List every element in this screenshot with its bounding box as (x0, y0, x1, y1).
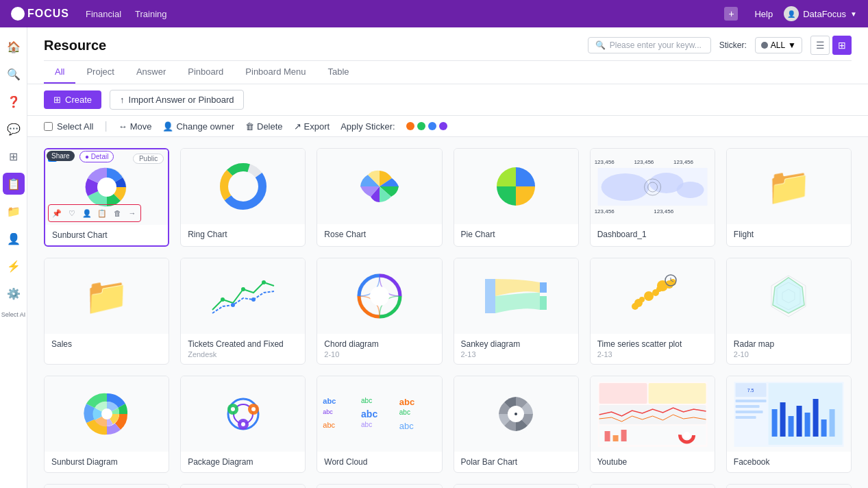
svg-rect-56 (604, 431, 610, 441)
sidebar-item-activity[interactable]: ⚡ (3, 255, 25, 277)
select-all-checkbox[interactable]: Select All (44, 121, 93, 132)
search-box[interactable]: 🔍 Please enter your keyw... (588, 37, 711, 53)
tab-pinboard[interactable]: Pinboard (177, 61, 234, 84)
sticker-orange[interactable] (406, 122, 414, 130)
card-action-heart[interactable]: ♡ (65, 206, 79, 220)
sidebar-item-files[interactable]: 📁 (3, 200, 25, 222)
export-button[interactable]: ↗ Export (294, 121, 330, 132)
import-button[interactable]: ↑ Import Answer or Pinboard (110, 90, 244, 110)
card-package[interactable]: Package Diagram (180, 376, 306, 473)
ring-chart-info: Ring Chart (181, 224, 305, 245)
card-wordcloud[interactable]: abc abc abc abc abc abc abc abc abc Word (317, 376, 442, 473)
card-sales[interactable]: 📁 Sales (44, 258, 169, 365)
delete-button[interactable]: 🗑 Delete (245, 121, 283, 132)
nav-links: Financial Training (86, 9, 708, 19)
sunburst-diagram-title: Sunburst Diagram (51, 457, 162, 467)
header-top: Resource 🔍 Please enter your keyw... Sti… (44, 27, 852, 60)
card-action-user[interactable]: 👤 (80, 206, 94, 220)
move-button[interactable]: ↔ Move (119, 121, 152, 132)
user-name: DataFocus (803, 9, 846, 19)
apply-sticker-label: Apply Sticker: (340, 121, 395, 132)
svg-rect-72 (829, 409, 834, 437)
youtube-title: Youtube (597, 457, 708, 467)
card-sunburst-chart[interactable]: Public (44, 148, 169, 247)
card-youtube[interactable]: Youtube (590, 376, 715, 473)
select-all-input[interactable] (44, 122, 53, 131)
tab-pinboard-menu[interactable]: Pinboard Menu (234, 61, 317, 84)
svg-rect-75 (735, 411, 762, 413)
card-chord[interactable]: Chord diagram 2-10 (317, 258, 442, 365)
card-row7-5[interactable] (590, 484, 715, 488)
svg-point-15 (231, 303, 235, 307)
card-action-delete[interactable]: 🗑 (110, 206, 124, 220)
svg-point-14 (262, 280, 266, 284)
card-action-more[interactable]: → (125, 206, 139, 220)
sidebar-item-search[interactable]: 🔍 (3, 63, 25, 85)
sidebar-item-help[interactable]: ❓ (3, 90, 25, 112)
card-sunburst-diagram[interactable]: Sunburst Diagram (44, 376, 169, 473)
row7-5-thumb (591, 485, 715, 488)
sidebar-item-chat[interactable]: 💬 (3, 118, 25, 140)
change-owner-button[interactable]: 👤 Change owner (162, 121, 234, 132)
sankey-info: Sankey diagram 2-13 (454, 334, 578, 364)
sidebar-item-resource[interactable]: 📋 (3, 173, 25, 195)
card-tickets-created[interactable]: Tickets Created and Fixed Zendesk (180, 258, 306, 365)
radar-subtitle: 2-10 (734, 350, 844, 358)
sidebar-item-home[interactable]: 🏠 (3, 36, 25, 58)
flight-thumb: 📁 (727, 149, 851, 224)
nav-financial[interactable]: Financial (86, 9, 121, 19)
card-row7-6[interactable] (726, 484, 852, 488)
facebook-title: Facebook (734, 457, 844, 467)
create-button[interactable]: ⊞ Create (44, 90, 101, 109)
tab-all[interactable]: All (44, 61, 75, 84)
sticker-blue[interactable] (428, 122, 436, 130)
tickets-info: Tickets Created and Fixed Zendesk (181, 334, 305, 364)
sidebar-item-user[interactable]: 👤 (3, 228, 25, 249)
card-dashboard-1[interactable]: 123,456 123,456 123,456 (590, 148, 715, 247)
list-view-button[interactable]: ☰ (810, 36, 830, 55)
detail-badge[interactable]: ● Detail (79, 151, 114, 162)
card-row7-2[interactable]: 123,456 123,456 123,456 123,456 (180, 484, 306, 488)
card-row7-3[interactable]: Sales vs Profit: Behavior of Scenarios (317, 484, 442, 488)
rose-chart-title: Rose Chart (324, 230, 434, 239)
tab-answer[interactable]: Answer (125, 61, 177, 84)
page-title: Resource (44, 38, 106, 53)
svg-point-45 (231, 407, 235, 411)
help-button[interactable]: Help (754, 9, 773, 19)
nav-training[interactable]: Training (135, 9, 166, 19)
tab-table[interactable]: Table (317, 61, 360, 84)
content-header: Resource 🔍 Please enter your keyw... Sti… (27, 27, 868, 84)
tab-project[interactable]: Project (75, 61, 125, 84)
svg-point-13 (241, 287, 245, 291)
card-action-pin[interactable]: 📌 (50, 206, 64, 220)
svg-rect-68 (796, 406, 802, 437)
card-facebook[interactable]: 7.5 (726, 376, 852, 473)
card-radar[interactable]: Radar map 2-10 (726, 258, 852, 365)
sticker-all-dropdown[interactable]: ALL ▼ (755, 37, 802, 53)
sidebar-item-settings[interactable]: ⚙️ (3, 282, 25, 304)
card-ring-chart[interactable]: Ring Chart (180, 148, 306, 247)
svg-point-39 (101, 408, 112, 419)
card-flight[interactable]: 📁 Flight (726, 148, 852, 247)
row7-4-thumb: 123,456 123,456 123,456 123,456 (454, 485, 578, 488)
radar-title: Radar map (734, 339, 844, 349)
card-polar-bar[interactable]: Polar Bar Chart (454, 376, 579, 473)
sticker-purple[interactable] (439, 122, 447, 130)
card-pie-chart[interactable]: Pie Chart (454, 148, 579, 247)
card-sankey[interactable]: Sankey diagram 2-13 (454, 258, 579, 365)
card-row7-4[interactable]: 123,456 123,456 123,456 123,456 (454, 484, 579, 488)
svg-point-9 (676, 182, 704, 198)
sticker-chevron-icon: ▼ (788, 40, 796, 50)
card-rose-chart[interactable]: Rose Chart (317, 148, 442, 247)
create-icon: ⊞ (53, 95, 61, 105)
sales-thumb: 📁 (45, 258, 169, 334)
card-time-scatter[interactable]: Time series scatter plot 2-13 (590, 258, 715, 365)
add-tab-button[interactable]: + (724, 7, 738, 21)
svg-point-16 (251, 297, 256, 302)
sidebar-item-grid[interactable]: ⊞ (3, 145, 25, 167)
card-row7-1[interactable] (44, 484, 169, 488)
dashboard-1-title: Dashboard_1 (597, 230, 708, 239)
sticker-green[interactable] (417, 122, 425, 130)
card-action-copy[interactable]: 📋 (95, 206, 109, 220)
grid-view-button[interactable]: ⊞ (832, 36, 852, 55)
